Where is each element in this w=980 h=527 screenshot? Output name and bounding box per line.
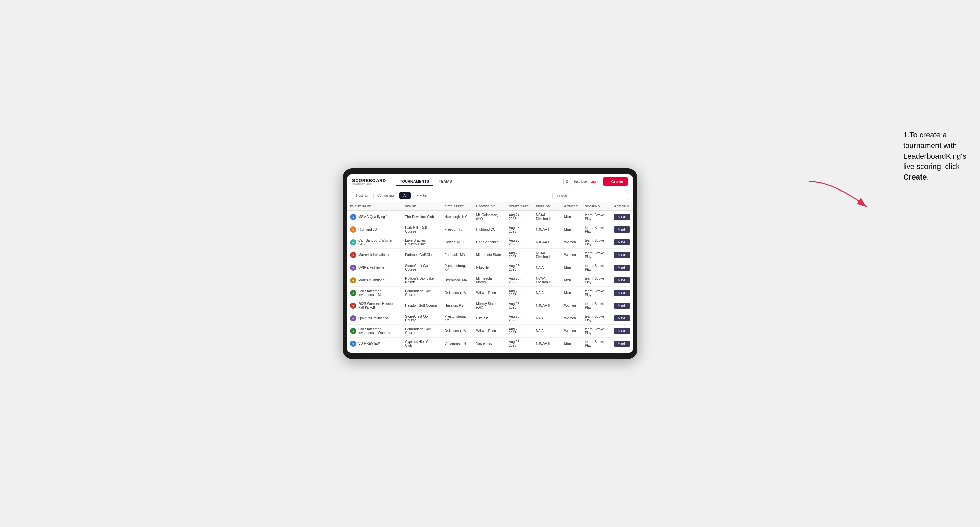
edit-button[interactable]: ✎ Edit <box>614 239 630 245</box>
cell-venue: Edmundson Golf Course <box>401 324 441 337</box>
events-table: EVENT NAME VENUE CITY, STATE HOSTED BY S… <box>347 202 633 353</box>
cell-division: NJCAA I <box>533 236 561 248</box>
edit-button[interactable]: ✎ Edit <box>614 252 630 258</box>
cell-city: Faribault, MN <box>441 248 473 261</box>
arrow-annotation <box>805 178 874 219</box>
cell-venue: Cypress Hills Golf Club <box>401 337 441 350</box>
cell-city: Oskaloosa, IA <box>441 286 473 299</box>
cell-date: Aug 28, 2023 <box>506 299 533 312</box>
cell-date: Aug 28, 2023 <box>506 350 533 353</box>
filter-options-button[interactable]: ≡ Filter <box>413 192 431 199</box>
cell-actions: ✎ Edit <box>611 248 633 261</box>
filter-hosting-button[interactable]: Hosting <box>352 192 371 199</box>
tablet-screen: SCOREBOARD Powered by Clippit TOURNAMENT… <box>347 175 633 353</box>
cell-city: Newburgh, NY <box>441 210 473 223</box>
cell-actions: ✎ Edit <box>611 299 633 312</box>
cell-actions: ✎ Edit <box>611 324 633 337</box>
event-name-text: upike fall invitational <box>358 316 389 320</box>
gear-icon[interactable]: ⚙ <box>563 178 571 186</box>
col-venue: VENUE <box>401 202 441 211</box>
cell-scoring: team, Stroke Play <box>582 337 611 350</box>
event-icon <box>350 315 356 321</box>
cell-venue: Park Hills Golf Course <box>401 223 441 236</box>
edit-button[interactable]: ✎ Edit <box>614 341 630 347</box>
cell-division: NJCAA I <box>533 350 561 353</box>
cell-event-name: 2023 Women's Hesston Fall Kickoff <box>347 299 401 312</box>
cell-scoring: team, Stroke Play <box>582 223 611 236</box>
cell-hosted: Pikeville <box>473 261 506 274</box>
cell-date: Aug 28, 2023 <box>506 274 533 286</box>
table-row: Fall Statesmen Invitational - Men Edmund… <box>347 286 633 299</box>
cell-venue: Ruttger's Bay Lake Resort <box>401 274 441 286</box>
cell-gender: Women <box>561 312 581 324</box>
event-icon <box>350 214 356 220</box>
cell-hosted: Vincennes <box>473 337 506 350</box>
cell-gender: Women <box>561 324 581 337</box>
cell-venue: Edmundson Golf Course <box>401 286 441 299</box>
cell-venue: StoneCrest Golf Course <box>401 312 441 324</box>
cell-actions: ✎ Edit <box>611 261 633 274</box>
edit-button[interactable]: ✎ Edit <box>614 303 630 309</box>
cell-scoring: team, Stroke Play <box>582 248 611 261</box>
cell-division: NAIA <box>533 324 561 337</box>
search-input[interactable] <box>552 192 628 199</box>
cell-scoring: team, Stroke Play <box>582 324 611 337</box>
cell-division: NJCAA I <box>533 223 561 236</box>
col-hosted: HOSTED BY <box>473 202 506 211</box>
cell-hosted: Mt. Saint Mary (NY) <box>473 210 506 223</box>
cell-division: NJCAA II <box>533 299 561 312</box>
cell-scoring: team, Stroke Play <box>582 312 611 324</box>
tablet-frame: SCOREBOARD Powered by Clippit TOURNAMENT… <box>342 168 638 359</box>
sign-out-link[interactable]: Sign... <box>591 179 600 183</box>
cell-scoring: team, Stroke Play <box>582 210 611 223</box>
edit-button[interactable]: ✎ Edit <box>614 214 630 220</box>
cell-gender: Men <box>561 286 581 299</box>
table-row: Carl Sandburg Women FA23 Lake Bracken Co… <box>347 236 633 248</box>
edit-button[interactable]: ✎ Edit <box>614 227 630 233</box>
nav-tab-tournaments[interactable]: TOURNAMENTS <box>396 177 433 186</box>
cell-gender: Men <box>561 223 581 236</box>
cell-city: Oskaloosa, IA <box>441 324 473 337</box>
cell-division: NAIA <box>533 286 561 299</box>
cell-gender: Women <box>561 350 581 353</box>
col-actions: ACTIONS <box>611 202 633 211</box>
cell-city: Marion, IL <box>441 350 473 353</box>
table-container: EVENT NAME VENUE CITY, STATE HOSTED BY S… <box>347 202 633 353</box>
edit-button[interactable]: ✎ Edit <box>614 290 630 296</box>
logo-sub: Powered by Clippit <box>352 183 386 185</box>
create-button[interactable]: + Create <box>603 178 628 186</box>
event-name-text: Highland 36 <box>358 227 377 231</box>
filter-all-button[interactable]: All <box>399 192 411 199</box>
cell-venue: StoneCrest Golf Course <box>401 261 441 274</box>
event-name-text: Carl Sandburg Women FA23 <box>358 238 398 246</box>
event-name-text: UPIKE Fall Invite <box>358 265 384 269</box>
cell-division: NJCAA II <box>533 337 561 350</box>
cell-event-name: Maverick Invitational <box>347 248 401 261</box>
cell-actions: ✎ Edit <box>611 236 633 248</box>
table-row: 2023 Women's Hesston Fall Kickoff Hessto… <box>347 299 633 312</box>
cell-venue: Hesston Golf Course <box>401 299 441 312</box>
cell-event-name: Carl Sandburg Women FA23 <box>347 236 401 248</box>
logo-area: SCOREBOARD Powered by Clippit <box>352 178 386 185</box>
event-name-text: 2023 Women's Hesston Fall Kickoff <box>358 302 398 310</box>
cell-event-name: UPIKE Fall Invite <box>347 261 401 274</box>
annotation: 1.To create a tournament with Leaderboar… <box>903 130 966 183</box>
table-row: Fall Statesmen Invitational - Women Edmu… <box>347 324 633 337</box>
filter-competing-button[interactable]: Competing <box>374 192 398 199</box>
cell-event-name: Klash at Kokopelli <box>347 350 401 353</box>
col-gender: GENDER <box>561 202 581 211</box>
edit-button[interactable]: ✎ Edit <box>614 328 630 334</box>
event-name-text: VU PREVIEW <box>358 341 380 345</box>
cell-event-name: MSMC Qualifying 1 <box>347 210 401 223</box>
edit-button[interactable]: ✎ Edit <box>614 265 630 271</box>
table-row: Klash at Kokopelli Kokopelli Golf Club M… <box>347 350 633 353</box>
cell-scoring: team, Stroke Play <box>582 286 611 299</box>
table-row: upike fall invitational StoneCrest Golf … <box>347 312 633 324</box>
edit-button[interactable]: ✎ Edit <box>614 277 630 283</box>
event-name-text: Maverick Invitational <box>358 253 390 257</box>
toolbar: Hosting Competing All ≡ Filter <box>347 189 633 202</box>
logo-text: SCOREBOARD <box>352 178 386 183</box>
cell-event-name: upike fall invitational <box>347 312 401 324</box>
nav-tab-teams[interactable]: TEAMS <box>434 177 456 186</box>
edit-button[interactable]: ✎ Edit <box>614 315 630 321</box>
